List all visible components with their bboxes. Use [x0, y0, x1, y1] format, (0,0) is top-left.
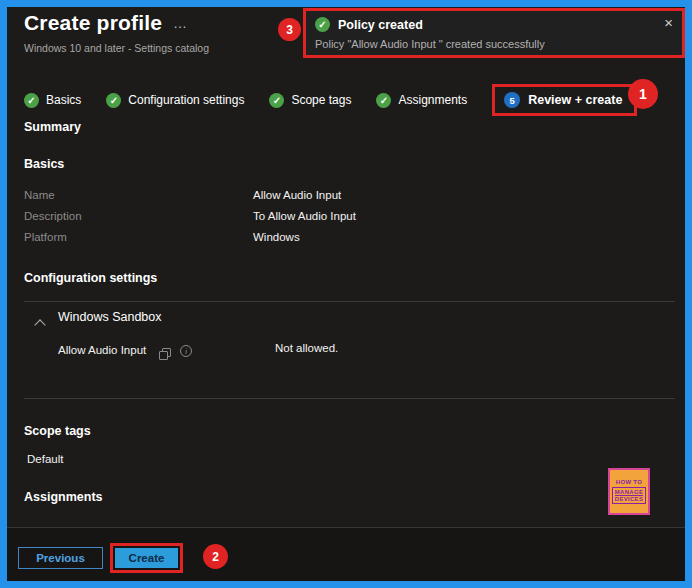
- basics-heading: Basics: [24, 157, 64, 171]
- setting-name: Allow Audio Input: [58, 344, 146, 356]
- step-label: Scope tags: [291, 93, 351, 107]
- scope-tag-value: Default: [27, 453, 63, 465]
- step-basics[interactable]: ✓ Basics: [24, 93, 81, 108]
- step-scope-tags[interactable]: ✓ Scope tags: [269, 93, 351, 108]
- logo-text: DEVICES: [615, 496, 643, 502]
- scope-tags-heading: Scope tags: [24, 424, 91, 438]
- success-check-icon: ✓: [315, 17, 330, 32]
- setting-value: Not allowed.: [275, 342, 338, 354]
- page-subtitle: Windows 10 and later - Settings catalog: [24, 42, 209, 54]
- summary-heading: Summary: [24, 120, 81, 134]
- step-review-create[interactable]: 5 Review + create: [492, 84, 637, 116]
- basics-platform-label: Platform: [24, 231, 67, 243]
- toast-message: Policy "Allow Audio Input " created succ…: [315, 38, 545, 50]
- basics-platform-value: Windows: [253, 231, 300, 243]
- step-complete-check-icon: ✓: [376, 93, 391, 108]
- configuration-settings-heading: Configuration settings: [24, 271, 157, 285]
- step-number-badge: 5: [504, 92, 520, 108]
- wizard-steps: ✓ Basics ✓ Configuration settings ✓ Scop…: [24, 83, 637, 117]
- step-configuration-settings[interactable]: ✓ Configuration settings: [106, 93, 244, 108]
- divider: [24, 301, 675, 302]
- divider: [24, 398, 675, 399]
- basics-description-value: To Allow Audio Input: [253, 210, 356, 222]
- windows-sandbox-group[interactable]: [36, 315, 44, 333]
- step-assignments[interactable]: ✓ Assignments: [376, 93, 467, 108]
- close-icon[interactable]: ×: [664, 15, 673, 30]
- group-label[interactable]: Windows Sandbox: [58, 310, 162, 324]
- logo-text: MANAGE: [615, 489, 643, 496]
- basics-name-value: Allow Audio Input: [253, 189, 341, 201]
- create-button[interactable]: Create: [115, 548, 178, 568]
- logo-text: HOW TO: [616, 479, 642, 485]
- annotation-marker-1: 1: [628, 79, 658, 109]
- step-label: Basics: [46, 93, 81, 107]
- annotation-marker-3: 3: [278, 18, 301, 41]
- assignments-heading: Assignments: [24, 490, 103, 504]
- toast-title: Policy created: [338, 18, 423, 32]
- policy-created-toast: ✓ Policy created Policy "Allow Audio Inp…: [303, 8, 685, 58]
- annotation-marker-2: 2: [203, 544, 228, 569]
- step-label: Assignments: [398, 93, 467, 107]
- basics-description-label: Description: [24, 210, 82, 222]
- info-icon[interactable]: i: [180, 345, 192, 357]
- copy-icon[interactable]: [159, 348, 170, 359]
- page-title: Create profile: [24, 11, 162, 35]
- step-label: Configuration settings: [128, 93, 244, 107]
- step-complete-check-icon: ✓: [24, 93, 39, 108]
- create-button-highlight-box: Create: [110, 543, 183, 573]
- htmd-watermark-logo: HOW TO MANAGE DEVICES: [608, 468, 650, 515]
- more-menu-icon[interactable]: …: [173, 15, 187, 31]
- step-label: Review + create: [528, 93, 622, 107]
- previous-button[interactable]: Previous: [18, 547, 103, 569]
- create-profile-window: Create profile … Windows 10 and later - …: [0, 0, 692, 588]
- chevron-up-icon[interactable]: [34, 319, 45, 330]
- wizard-footer: Previous Create: [7, 527, 685, 581]
- step-complete-check-icon: ✓: [106, 93, 121, 108]
- step-complete-check-icon: ✓: [269, 93, 284, 108]
- basics-name-label: Name: [24, 189, 55, 201]
